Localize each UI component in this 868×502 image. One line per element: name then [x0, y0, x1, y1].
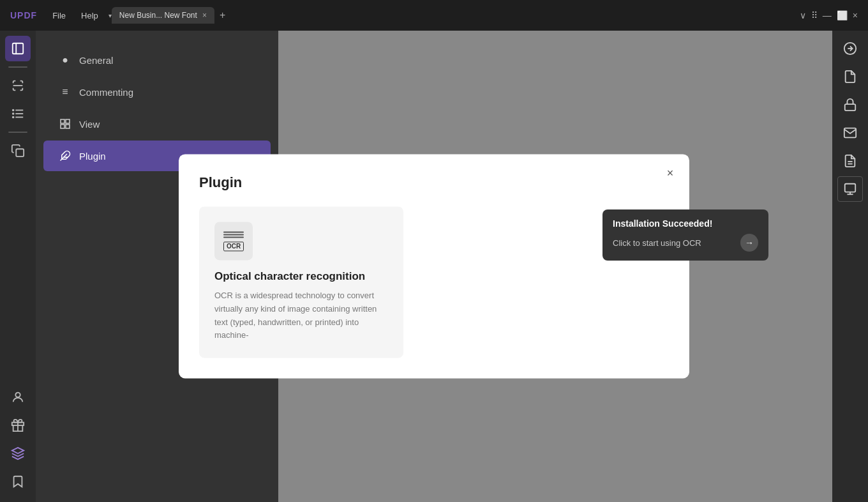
- tooltip-text: Click to start using OCR: [613, 238, 701, 248]
- menu-file[interactable]: File: [52, 11, 66, 20]
- settings-nav-commenting[interactable]: ≡ Commenting: [43, 77, 271, 107]
- svg-point-6: [13, 110, 14, 111]
- ocr-line-2: [223, 234, 244, 235]
- sidebar-people-icon[interactable]: [5, 384, 31, 410]
- right-sidebar-ocr-icon[interactable]: [837, 176, 863, 202]
- settings-nav-commenting-label: Commenting: [79, 87, 133, 98]
- minimize-button[interactable]: —: [823, 10, 832, 20]
- view-icon: [59, 118, 71, 130]
- svg-rect-16: [61, 125, 64, 128]
- right-sidebar-lock-icon[interactable]: [837, 92, 863, 118]
- new-tab-button[interactable]: +: [220, 10, 225, 21]
- svg-point-7: [13, 113, 14, 114]
- right-sidebar: [832, 31, 868, 502]
- sidebar-bookmark-icon[interactable]: [5, 469, 31, 494]
- sidebar-copy-icon[interactable]: [5, 138, 31, 164]
- sidebar-divider1: [8, 66, 27, 68]
- sidebar-divider2: [8, 132, 27, 133]
- dialog-close-button[interactable]: ×: [661, 164, 679, 182]
- titlebar: UPDF File Help ▾ New Busin... New Font ×…: [0, 0, 868, 31]
- plugin-icon: [59, 149, 71, 162]
- right-sidebar-pages-icon[interactable]: [837, 148, 863, 174]
- tab-close-button[interactable]: ×: [202, 11, 207, 20]
- plugin-dialog: × Plugin OCR Optical character recogniti: [179, 154, 689, 378]
- settings-nav-plugin-label: Plugin: [79, 151, 106, 162]
- active-tab[interactable]: New Busin... New Font ×: [112, 7, 214, 24]
- svg-rect-14: [61, 119, 64, 123]
- ocr-line-3: [223, 236, 244, 238]
- right-sidebar-mail-icon[interactable]: [837, 120, 863, 146]
- svg-rect-0: [13, 43, 24, 54]
- right-sidebar-convert-icon[interactable]: [837, 36, 863, 61]
- plugin-dialog-title: Plugin: [199, 174, 669, 191]
- close-icon: ×: [667, 167, 674, 180]
- sidebar-gift-icon[interactable]: [5, 413, 31, 438]
- svg-rect-25: [845, 184, 856, 192]
- content-area: ● General ≡ Commenting View: [36, 31, 832, 502]
- svg-marker-13: [12, 448, 24, 453]
- settings-nav-general[interactable]: ● General: [43, 45, 271, 75]
- close-button[interactable]: ×: [853, 10, 858, 20]
- tab-area: ▾ New Busin... New Font × +: [108, 7, 800, 24]
- ocr-icon-inner: OCR: [223, 231, 244, 251]
- expand-icon[interactable]: ∨: [800, 10, 806, 20]
- grid-icon[interactable]: ⠿: [811, 10, 818, 20]
- titlebar-menu: File Help: [52, 11, 98, 20]
- restore-button[interactable]: ⬜: [837, 10, 848, 20]
- ocr-card-name: Optical character recognition: [214, 270, 388, 283]
- tooltip-arrow-button[interactable]: →: [740, 234, 758, 252]
- ocr-label: OCR: [223, 241, 244, 251]
- installation-tooltip: Installation Succeeded! Click to start u…: [602, 209, 768, 261]
- settings-nav-view-label: View: [79, 119, 100, 130]
- sidebar-layers-icon[interactable]: [5, 441, 31, 466]
- sidebar-book-icon[interactable]: [5, 36, 31, 61]
- ocr-line-1: [223, 231, 244, 232]
- ocr-lines: [223, 231, 244, 238]
- sidebar-scan-icon[interactable]: [5, 73, 31, 98]
- ocr-card-icon: OCR: [214, 222, 253, 260]
- svg-point-8: [13, 117, 14, 118]
- app-logo: UPDF: [10, 10, 37, 20]
- svg-rect-15: [66, 119, 70, 123]
- tab-title: New Busin... New Font: [119, 11, 197, 20]
- main-layout: ● General ≡ Commenting View: [0, 31, 868, 502]
- sidebar-bottom: [5, 384, 31, 502]
- svg-rect-17: [66, 125, 70, 128]
- sidebar-list-icon[interactable]: [5, 101, 31, 126]
- left-sidebar: [0, 31, 36, 502]
- commenting-icon: ≡: [59, 86, 71, 98]
- ocr-plugin-card[interactable]: OCR Optical character recognition OCR is…: [199, 206, 403, 358]
- tooltip-body: Click to start using OCR →: [613, 234, 758, 252]
- general-icon: ●: [59, 54, 71, 66]
- svg-rect-22: [845, 104, 856, 110]
- svg-point-10: [15, 393, 20, 397]
- tooltip-title: Installation Succeeded!: [613, 218, 758, 229]
- menu-help[interactable]: Help: [81, 11, 98, 20]
- svg-rect-9: [16, 149, 24, 156]
- settings-nav-view[interactable]: View: [43, 109, 271, 139]
- ocr-card-description: OCR is a widespread technology to conver…: [214, 289, 388, 342]
- right-sidebar-pdfa-icon[interactable]: [837, 64, 863, 89]
- window-controls: ∨ ⠿ — ⬜ ×: [800, 10, 858, 20]
- settings-nav-general-label: General: [79, 55, 113, 66]
